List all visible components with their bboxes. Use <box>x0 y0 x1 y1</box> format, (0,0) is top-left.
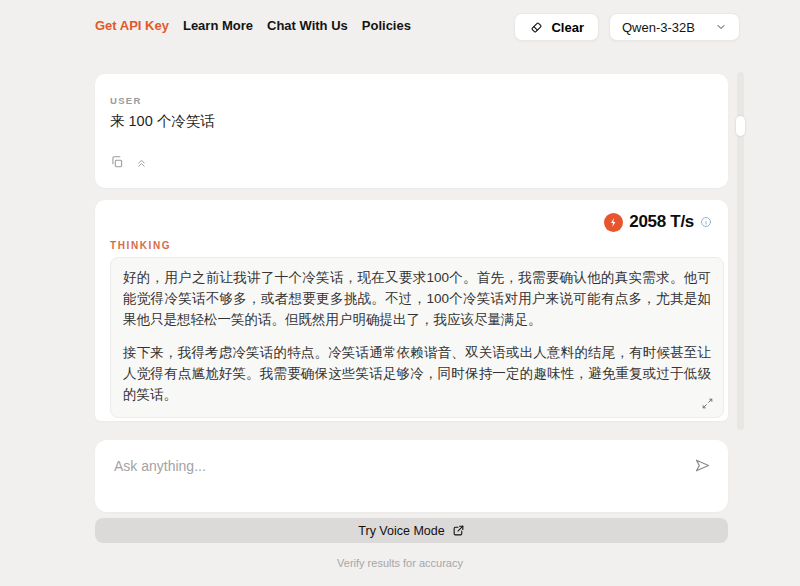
user-message-text: 来 100 个冷笑话 <box>110 112 215 131</box>
thinking-section-label: THINKING <box>110 240 171 251</box>
chevron-down-icon <box>715 21 727 33</box>
clear-button[interactable]: Clear <box>514 13 599 41</box>
thinking-content-box[interactable]: 好的，用户之前让我讲了十个冷笑话，现在又要求100个。首先，我需要确认他的真实需… <box>110 257 724 418</box>
info-icon[interactable] <box>700 216 712 228</box>
nav-get-api-key[interactable]: Get API Key <box>95 18 169 33</box>
header-actions: Clear Qwen-3-32B <box>514 13 740 41</box>
nav-policies[interactable]: Policies <box>362 18 411 33</box>
thinking-paragraph: 好的，用户之前让我讲了十个冷笑话，现在又要求100个。首先，我需要确认他的真实需… <box>123 267 711 330</box>
nav-learn-more[interactable]: Learn More <box>183 18 253 33</box>
tokens-per-second-badge: 2058 T/s <box>604 212 712 232</box>
user-message-card: USER 来 100 个冷笑话 <box>95 74 728 188</box>
copy-icon[interactable] <box>110 155 124 169</box>
nav-chat-with-us[interactable]: Chat With Us <box>267 18 348 33</box>
expand-icon[interactable] <box>701 397 714 410</box>
voice-mode-label: Try Voice Mode <box>358 524 444 538</box>
top-nav: Get API Key Learn More Chat With Us Poli… <box>95 18 411 33</box>
clear-button-label: Clear <box>551 20 584 35</box>
chat-app-screen: Get API Key Learn More Chat With Us Poli… <box>0 0 800 586</box>
tokens-per-second-value: 2058 T/s <box>629 212 694 232</box>
chat-scrollbar-thumb[interactable] <box>736 116 745 136</box>
chat-scrollbar-track[interactable] <box>737 72 744 430</box>
eraser-icon <box>529 20 544 35</box>
send-icon[interactable] <box>694 457 711 474</box>
lightning-icon <box>604 213 623 232</box>
assistant-response-card: 2058 T/s THINKING 好的，用户之前让我讲了十个冷笑话，现在又要求… <box>95 200 728 421</box>
message-composer <box>95 440 728 512</box>
voice-mode-button[interactable]: Try Voice Mode <box>95 518 728 543</box>
chat-input[interactable] <box>95 440 728 512</box>
user-message-actions <box>110 155 148 169</box>
user-role-label: USER <box>110 95 142 106</box>
external-link-icon <box>452 524 465 537</box>
collapse-icon[interactable] <box>135 155 148 169</box>
model-selector[interactable]: Qwen-3-32B <box>609 13 740 41</box>
accuracy-disclaimer: Verify results for accuracy <box>0 557 800 569</box>
thinking-paragraph: 接下来，我得考虑冷笑话的特点。冷笑话通常依赖谐音、双关语或出人意料的结尾，有时候… <box>123 342 711 405</box>
model-selector-value: Qwen-3-32B <box>622 20 695 35</box>
